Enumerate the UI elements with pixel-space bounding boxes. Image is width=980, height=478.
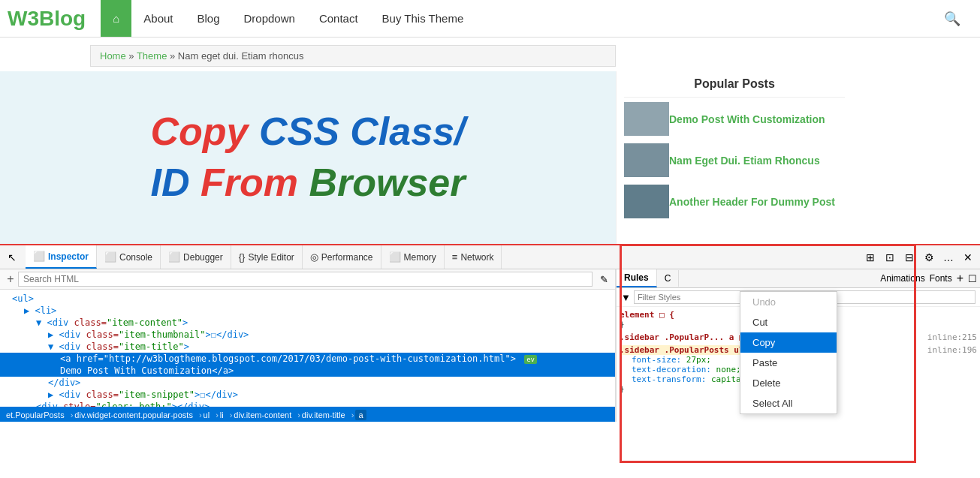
css-add-button[interactable]: + (957, 272, 963, 285)
context-copy[interactable]: Copy (740, 332, 837, 353)
css-prop-text-dec: text-decoration: (620, 365, 711, 374)
context-cut[interactable]: Cut (740, 312, 837, 332)
css-inline-2: inline:215 (924, 332, 977, 342)
nav-about-label: About (143, 12, 173, 25)
breadcrumb-home[interactable]: Home (100, 50, 126, 62)
bc-ul[interactable]: ul (204, 410, 210, 419)
dock-side-button[interactable]: ⊟ (900, 248, 918, 266)
tab-debugger[interactable]: ⬜ Debugger (161, 245, 231, 269)
nav-contact-label: Contact (319, 12, 358, 25)
breadcrumb-container: Home » Theme » Nam eget dui. Etiam rhonc… (0, 38, 980, 71)
sidebar-link-2[interactable]: Nam Eget Dui. Etiam Rhoncus (669, 155, 820, 167)
bc-a[interactable]: a (355, 410, 366, 420)
tree-line-selected[interactable]: <a href="http://w3blogtheme.blogspot.com… (0, 353, 615, 365)
tree-line[interactable]: ▼ <div class="item-content"> (0, 317, 615, 329)
sidebar-title: Popular Posts (624, 71, 845, 98)
bc-sep-4: › (230, 410, 233, 419)
memory-icon: ⬜ (389, 251, 401, 263)
hero-class: Class/ (350, 110, 465, 153)
tab-style-editor[interactable]: {} Style Editor (231, 245, 303, 269)
sidebar: Popular Posts Demo Post With Customizati… (616, 71, 852, 244)
tab-inspector[interactable]: ⬜ Inspector (26, 245, 97, 269)
bc-sep-6: › (351, 410, 354, 419)
context-select-all-label: Select All (752, 398, 792, 409)
css-tab-rules[interactable]: Rules (617, 269, 657, 287)
css-close-brace-1: } (620, 320, 625, 329)
tree-line[interactable]: ▶ <li> (0, 305, 615, 317)
nav-menu: ⌂ About Blog Dropdown Contact Buy This T… (101, 0, 475, 37)
tree-line[interactable]: ▶ <div class="item-thumbnail">☐</div> (0, 329, 615, 341)
context-undo[interactable]: Undo (740, 292, 837, 312)
tree-line[interactable]: ▼ <div class="item-title"> (0, 341, 615, 353)
devtools-right-icons: ⊞ ⊡ ⊟ ⚙ … ✕ (861, 248, 977, 266)
sidebar-link-1[interactable]: Demo Post With Customization (669, 113, 825, 125)
nav-about[interactable]: About (131, 0, 185, 37)
sidebar-item-2: Nam Eget Dui. Etiam Rhoncus (624, 143, 845, 177)
dock-split-button[interactable]: ⊞ (861, 248, 879, 266)
nav-buy-theme[interactable]: Buy This Theme (370, 0, 476, 37)
context-delete-label: Delete (752, 377, 781, 389)
hero-id: ID (151, 161, 201, 204)
tab-style-editor-label: Style Editor (248, 252, 294, 263)
bc-div-widget[interactable]: div.widget-content.popular-posts (74, 410, 193, 419)
css-tab-animations-label[interactable]: Animations (880, 273, 924, 284)
nav-contact[interactable]: Contact (307, 0, 370, 37)
css-tab-fonts-label[interactable]: Fonts (930, 273, 952, 284)
css-prop-text-trans: text-transform: (620, 374, 706, 384)
network-icon: ≡ (452, 251, 458, 263)
context-undo-label: Undo (752, 296, 776, 308)
tree-line-selected-2[interactable]: Demo Post With Customization</a> (0, 365, 615, 377)
add-node-button[interactable]: + (3, 272, 18, 287)
sidebar-thumb-3 (624, 185, 669, 218)
sidebar-link-3[interactable]: Another Header For Dummy Post (669, 196, 835, 208)
nav-dropdown[interactable]: Dropdown (232, 0, 307, 37)
sidebar-item-1: Demo Post With Customization (624, 102, 845, 136)
css-selector-2: .sidebar .PopularP... a □ { (620, 332, 754, 342)
breadcrumb-page: Nam eget dui. Etiam rhoncus (178, 50, 304, 62)
css-tab-computed[interactable]: C (657, 270, 680, 287)
dock-bottom-button[interactable]: ⊡ (881, 248, 899, 266)
nav-blog[interactable]: Blog (185, 0, 231, 37)
tree-line[interactable]: <ul> (0, 293, 615, 305)
context-delete[interactable]: Delete (740, 373, 837, 393)
performance-icon: ◎ (310, 251, 318, 263)
css-val-font-size: 27px; (686, 355, 711, 365)
content-area: Copy CSS Class/ ID From Browser Popular … (0, 71, 980, 244)
bc-div-item-content[interactable]: div.item-content (234, 410, 291, 419)
context-copy-label: Copy (752, 337, 775, 348)
home-icon: ⌂ (113, 12, 119, 25)
console-icon: ⬜ (104, 251, 116, 263)
css-inline-3: inline:196 (924, 345, 977, 355)
tree-line[interactable]: <div style="clear: both;"></div> (0, 401, 615, 407)
style-editor-icon: {} (239, 251, 246, 263)
nav-search-button[interactable]: 🔍 (932, 11, 972, 27)
tab-network[interactable]: ≡ Network (445, 245, 502, 269)
hero-image: Copy CSS Class/ ID From Browser (0, 71, 616, 244)
context-select-all[interactable]: Select All (740, 393, 837, 413)
css-val-text-dec: none; (716, 365, 741, 374)
tab-memory[interactable]: ⬜ Memory (381, 245, 445, 269)
html-edit-button[interactable]: ✎ (596, 271, 612, 287)
hero-copy: Copy (150, 110, 258, 153)
devtools-cursor-button[interactable]: ↖ (3, 248, 21, 266)
css-more-button[interactable]: ☐ (968, 273, 977, 284)
bc-li[interactable]: li (220, 410, 224, 419)
breadcrumb-sep2: » (170, 50, 178, 62)
tree-line[interactable]: </div> (0, 377, 615, 389)
bc-div-item-title[interactable]: div.item-title (302, 410, 345, 419)
filter-icon: ▼ (621, 292, 631, 303)
ellipsis-button[interactable]: … (939, 248, 957, 266)
breadcrumb-theme[interactable]: Theme (137, 50, 167, 62)
nav-home[interactable]: ⌂ (101, 0, 131, 37)
breadcrumb: Home » Theme » Nam eget dui. Etiam rhonc… (90, 45, 616, 67)
tab-performance[interactable]: ◎ Performance (303, 245, 381, 269)
tab-console[interactable]: ⬜ Console (97, 245, 161, 269)
tree-line[interactable]: ▶ <div class="item-snippet">☐</div> (0, 389, 615, 401)
context-menu: Undo Cut Copy Paste Delete Select All (740, 291, 837, 414)
settings-button[interactable]: ⚙ (920, 248, 938, 266)
bc-et-popular[interactable]: et.PopularPosts (6, 410, 65, 419)
context-paste[interactable]: Paste (740, 353, 837, 373)
close-devtools-button[interactable]: ✕ (959, 248, 977, 266)
html-search-input[interactable] (18, 272, 593, 287)
logo-blog: Blog (39, 7, 86, 30)
